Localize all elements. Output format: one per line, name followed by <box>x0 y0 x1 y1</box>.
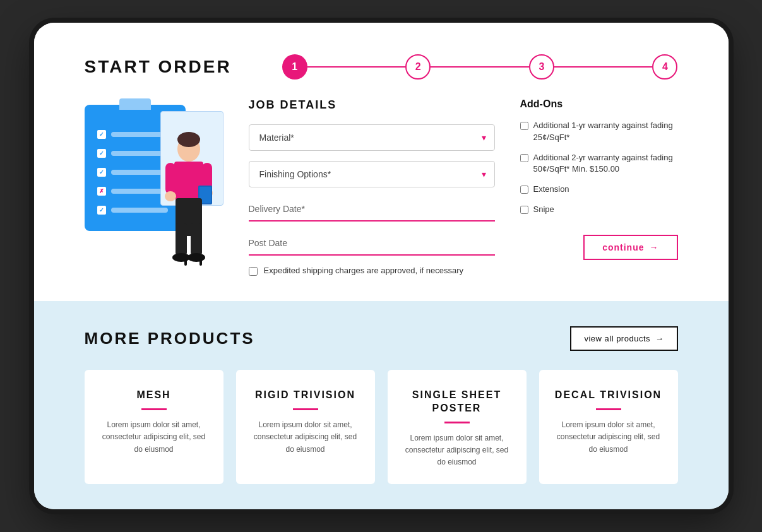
view-all-products-button[interactable]: view all products → <box>570 326 677 351</box>
finishing-select[interactable]: Finishing Options* <box>249 161 495 187</box>
product-desc-1: Lorem ipsum dolor sit amet, consectetur … <box>97 419 211 456</box>
person-illustration <box>160 130 217 275</box>
addon-label-1: Additional 1-yr warranty against fading … <box>533 120 678 143</box>
finishing-group: Finishing Options* ▾ <box>249 161 495 187</box>
product-desc-3: Lorem ipsum dolor sit amet, consectetur … <box>400 432 514 469</box>
addon-checkbox-3[interactable] <box>520 186 528 194</box>
line-1 <box>111 132 168 137</box>
job-details-title: JOB DETAILS <box>249 98 495 112</box>
clipboard-clip <box>119 98 151 110</box>
step-2[interactable]: 2 <box>405 54 431 80</box>
continue-btn-row: continue → <box>520 235 678 260</box>
addons-title: Add-Ons <box>520 98 678 110</box>
step-line-1 <box>307 66 406 68</box>
svg-point-1 <box>177 132 200 147</box>
addon-label-2: Additional 2-yr warranty against fading … <box>533 152 678 175</box>
page-title: START ORDER <box>85 57 232 77</box>
check-4: ✓ <box>97 206 106 215</box>
content-area: ✓ ✓ ✓ ✗ ✓ <box>85 98 678 276</box>
product-divider-3 <box>444 422 470 423</box>
product-name-3: SINGLE SHEET POSTER <box>400 389 514 415</box>
svg-rect-11 <box>191 223 202 255</box>
svg-point-12 <box>172 253 190 262</box>
more-products-header: MORE PRODUCTS view all products → <box>85 326 678 351</box>
line-4 <box>111 189 168 194</box>
addon-checkbox-2[interactable] <box>520 154 528 162</box>
addon-checkbox-4[interactable] <box>520 206 528 214</box>
view-all-label: view all products <box>584 334 650 343</box>
check-2: ✓ <box>97 149 106 158</box>
delivery-date-input[interactable] <box>249 198 495 222</box>
view-all-arrow-icon: → <box>655 334 664 343</box>
line-5 <box>111 208 168 213</box>
product-desc-2: Lorem ipsum dolor sit amet, consectetur … <box>249 419 362 456</box>
illustration: ✓ ✓ ✓ ✗ ✓ <box>85 98 223 275</box>
shipping-checkbox-row: Expedited shipping charges are approved,… <box>249 266 495 276</box>
step-line-3 <box>554 66 653 68</box>
line-2 <box>111 151 168 156</box>
addon-item-4: Snipe <box>520 204 678 215</box>
svg-rect-3 <box>165 163 176 194</box>
addon-label-3: Extension <box>533 184 569 195</box>
product-divider-2 <box>293 408 318 410</box>
post-date-group <box>249 232 495 256</box>
form-area: JOB DETAILS Material* ▾ Finishing Option… <box>249 98 495 276</box>
more-products-title: MORE PRODUCTS <box>85 329 255 348</box>
delivery-date-group <box>249 198 495 222</box>
addons-area: Add-Ons Additional 1-yr warranty against… <box>520 98 678 259</box>
shipping-checkbox[interactable] <box>249 267 258 276</box>
product-divider-1 <box>141 408 167 410</box>
svg-point-5 <box>165 191 176 201</box>
top-section: START ORDER 1 2 3 4 ✓ <box>34 23 729 301</box>
device-frame: START ORDER 1 2 3 4 ✓ <box>34 23 729 509</box>
step-4[interactable]: 4 <box>652 54 677 80</box>
addon-checkbox-1[interactable] <box>520 122 528 130</box>
header-row: START ORDER 1 2 3 4 <box>85 54 678 80</box>
line-3 <box>111 170 168 175</box>
product-divider-4 <box>596 408 621 410</box>
svg-rect-10 <box>176 223 187 255</box>
addon-label-4: Snipe <box>533 204 554 215</box>
post-date-input[interactable] <box>249 232 495 256</box>
product-name-1: MESH <box>97 389 211 402</box>
continue-arrow-icon: → <box>650 242 659 252</box>
product-card-2[interactable]: RIGID TRIVISION Lorem ipsum dolor sit am… <box>236 370 375 483</box>
product-card-4[interactable]: DECAL TRIVISION Lorem ipsum dolor sit am… <box>539 370 678 483</box>
step-1[interactable]: 1 <box>282 54 307 80</box>
bottom-section: MORE PRODUCTS view all products → MESH L… <box>34 301 729 509</box>
product-name-4: DECAL TRIVISION <box>552 389 665 402</box>
material-select[interactable]: Material* <box>249 124 495 151</box>
product-desc-4: Lorem ipsum dolor sit amet, consectetur … <box>552 419 665 456</box>
step-3[interactable]: 3 <box>529 54 554 80</box>
check-1: ✓ <box>97 130 106 139</box>
addon-item-1: Additional 1-yr warranty against fading … <box>520 120 678 143</box>
check-3: ✓ <box>97 168 106 177</box>
addon-item-2: Additional 2-yr warranty against fading … <box>520 152 678 175</box>
product-card-3[interactable]: SINGLE SHEET POSTER Lorem ipsum dolor si… <box>388 370 527 483</box>
material-group: Material* ▾ <box>249 124 495 151</box>
x-mark: ✗ <box>97 187 106 196</box>
product-name-2: RIGID TRIVISION <box>249 389 362 402</box>
addon-item-3: Extension <box>520 184 678 195</box>
products-grid: MESH Lorem ipsum dolor sit amet, consect… <box>85 370 678 483</box>
continue-label: continue <box>602 242 644 252</box>
stepper: 1 2 3 4 <box>282 54 678 80</box>
shipping-label: Expedited shipping charges are approved,… <box>264 266 464 275</box>
svg-rect-14 <box>184 259 187 266</box>
product-card-1[interactable]: MESH Lorem ipsum dolor sit amet, consect… <box>85 370 223 483</box>
step-line-2 <box>431 66 529 68</box>
svg-rect-15 <box>199 259 202 266</box>
continue-button[interactable]: continue → <box>583 235 677 260</box>
svg-point-13 <box>188 253 205 262</box>
